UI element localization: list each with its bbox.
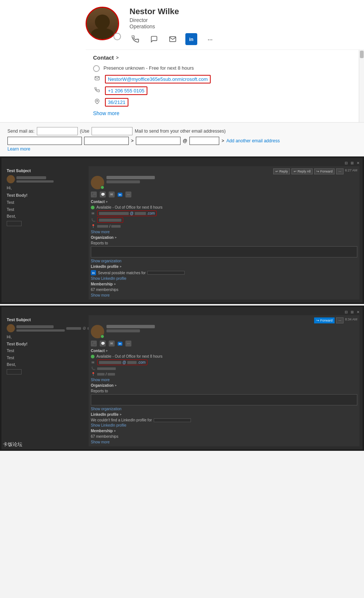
- more-button-1[interactable]: ···: [336, 168, 344, 174]
- dark-chat-icon-1[interactable]: 💬: [100, 192, 106, 197]
- reply-all-button-1[interactable]: ↩ Reply All: [291, 168, 313, 174]
- mail-icon[interactable]: [167, 33, 179, 45]
- reply-all-arrow-icon: ↩: [294, 170, 297, 173]
- dark-membership-count-1: 67 memberships: [91, 288, 357, 292]
- dark-show-more-2[interactable]: Show more: [91, 378, 357, 382]
- dark-phone-value-2: [97, 367, 116, 371]
- dark-linkedin-section-2[interactable]: LinkedIn profile >: [91, 412, 357, 417]
- close-icon-1[interactable]: ✕: [357, 161, 360, 165]
- contact-section-label: Contact: [93, 54, 114, 61]
- location-value[interactable]: 36/2121: [105, 98, 128, 107]
- dark-show-org-2[interactable]: Show organization: [91, 407, 357, 411]
- send-mail-address-box-4[interactable]: [189, 137, 219, 145]
- more-button-2[interactable]: ···: [336, 317, 344, 323]
- body-line-2: Test: [7, 199, 84, 206]
- dark-phone-icon-row-2: 📞: [91, 366, 95, 371]
- dark-panel-1: ⊟ ⊞ ✕ Test Subject Hi, Test Body! Test: [1, 158, 363, 303]
- dark-more-icon-2[interactable]: ···: [125, 341, 131, 347]
- send-mail-secondary-input[interactable]: [92, 127, 132, 135]
- dark-more-icon-1[interactable]: ···: [125, 192, 131, 197]
- dark-name-bar-1: [106, 176, 155, 179]
- phone-value[interactable]: +1 206 555 0105: [105, 86, 147, 95]
- dark-chat-icon-2[interactable]: 💬: [100, 341, 106, 347]
- contact-panel-col-2: ↪ Forward ··· 8:34 AM 📞: [89, 315, 360, 446]
- email-subject-1: Test Subject: [7, 168, 84, 173]
- sender-avatar-2: [7, 324, 15, 332]
- email-row: NestorW@myoffice365e5sub.onmicrosoft.com: [93, 75, 353, 83]
- dark-linkedin-icon-2[interactable]: in: [118, 342, 122, 346]
- dark-org-chevron-2: >: [115, 384, 116, 387]
- arrow-1: >: [131, 138, 134, 143]
- linkedin-icon[interactable]: in: [185, 33, 197, 45]
- send-mail-left: Send mail as: (Use Mail to send from you…: [7, 127, 280, 152]
- dark-show-membership-1[interactable]: Show more: [91, 293, 357, 297]
- avatar-area: [86, 7, 123, 44]
- dark-linkedin-section-1[interactable]: LinkedIn profile >: [91, 265, 357, 269]
- send-mail-address-box-1[interactable]: [7, 137, 82, 145]
- minimize-icon-2[interactable]: ⊟: [345, 310, 348, 314]
- dark-org-section-2[interactable]: Organization >: [91, 383, 357, 387]
- scrollbar-thumb: [360, 51, 364, 58]
- dark-membership-section-1[interactable]: Membership >: [91, 282, 357, 286]
- timestamp-1: 6:27 AM: [345, 168, 357, 174]
- maximize-icon[interactable]: ⊞: [351, 161, 354, 165]
- dark-panel-wrapper-2: ⊟ ⊞ ✕ Test Subject @ .com>: [0, 306, 364, 451]
- contact-name: Nestor Wilke: [130, 7, 357, 16]
- phone-row: +1 206 555 0105: [93, 86, 353, 95]
- forward-button-1[interactable]: ↪ Forward: [314, 168, 335, 174]
- location-row: 36/2121: [93, 98, 353, 107]
- dark-show-org-1[interactable]: Show organization: [91, 259, 357, 263]
- send-mail-use-label: (Use: [80, 129, 89, 134]
- more-options-icon[interactable]: ···: [204, 33, 216, 45]
- dark-email-value-1[interactable]: @ .com: [97, 211, 157, 216]
- dark-phone-icon-1[interactable]: 📞: [91, 192, 97, 197]
- dark-phone-value-1[interactable]: [97, 217, 123, 223]
- dark-avail-circle-1: [91, 206, 95, 209]
- dark-mail-icon-1[interactable]: ✉: [109, 192, 115, 197]
- close-icon-2[interactable]: ✕: [357, 310, 360, 314]
- avatar-face: [87, 8, 118, 39]
- scrollbar-track[interactable]: [359, 50, 364, 122]
- dark-linkedin-icon-1[interactable]: in: [118, 193, 122, 197]
- chat-icon[interactable]: [148, 33, 160, 45]
- dark-membership-section-2[interactable]: Membership >: [91, 429, 357, 433]
- dark-mail-icon-2[interactable]: ✉: [109, 341, 115, 347]
- dark-reports-to-1: Reports to: [91, 241, 357, 245]
- top-bar-2: ⊟ ⊞ ✕: [4, 310, 360, 314]
- reply-button-1[interactable]: ↩ Reply: [273, 168, 290, 174]
- dark-location-icon-1: 📍: [91, 224, 95, 228]
- timestamp-2: 8:34 AM: [345, 317, 357, 323]
- send-mail-address-box-3[interactable]: [136, 137, 181, 145]
- dark-availability-row-1: Available - Out of Office for next 8 hou…: [91, 205, 357, 209]
- dark-contact-section-1[interactable]: Contact >: [91, 200, 357, 204]
- body-line-1: Test Body!: [7, 192, 84, 199]
- dark-org-section-1[interactable]: Organization >: [91, 235, 357, 240]
- send-mail-address-box-2[interactable]: [84, 137, 129, 145]
- dark-show-linkedin-1[interactable]: Show LinkedIn profile: [91, 276, 357, 281]
- dark-linkedin-row-2: We couldn't find a LinkedIn profile for: [91, 418, 357, 422]
- dark-phone-icon-2[interactable]: 📞: [91, 341, 97, 347]
- dark-membership-chevron-2: >: [114, 429, 116, 433]
- dark-show-linkedin-2[interactable]: Show LinkedIn profile: [91, 423, 357, 427]
- dark-show-membership-2[interactable]: Show more: [91, 440, 357, 444]
- dark-contact-section-2[interactable]: Contact >: [91, 349, 357, 353]
- email-value[interactable]: NestorW@myoffice365e5sub.onmicrosoft.com: [105, 75, 211, 83]
- add-email-link[interactable]: Add another email address: [226, 138, 280, 143]
- dark-linkedin-matches-1: Several possible matches for: [98, 271, 146, 275]
- contact-section-header[interactable]: Contact >: [93, 54, 353, 61]
- dark-show-more-1[interactable]: Show more: [91, 230, 357, 234]
- dark-email-value-2[interactable]: @ .com: [97, 360, 147, 365]
- sender-name-bar: [16, 176, 46, 179]
- send-mail-row: Send mail as: (Use Mail to send from you…: [7, 127, 280, 135]
- dark-sub-bar-1: [106, 180, 140, 183]
- show-more-link[interactable]: Show more: [93, 110, 353, 116]
- dark-email-icon-2: ✉: [91, 360, 95, 365]
- maximize-icon-2[interactable]: ⊞: [351, 310, 354, 314]
- phone-icon[interactable]: [130, 33, 141, 45]
- minimize-icon[interactable]: ⊟: [345, 161, 348, 165]
- learn-more-link[interactable]: Learn more: [7, 146, 280, 152]
- body-greeting-1: Hi,: [7, 185, 84, 191]
- forward-button-2[interactable]: ↪ Forward: [314, 317, 335, 323]
- dark-email-container-2: Test Subject @ .com> Hi,: [4, 315, 360, 446]
- send-mail-from-input[interactable]: [37, 127, 78, 135]
